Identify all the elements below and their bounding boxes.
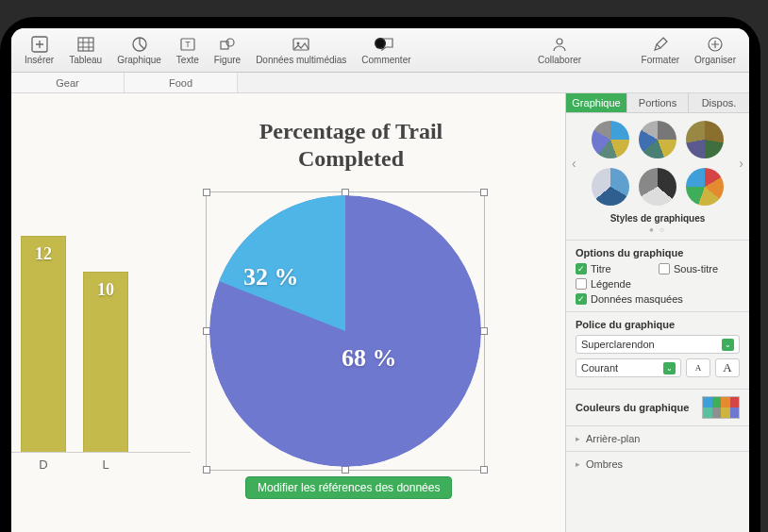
svg-point-9	[557, 39, 562, 44]
bar-cat-l: L	[83, 457, 128, 472]
bar-cat-d: D	[21, 457, 66, 472]
bar-value-l: 10	[84, 280, 127, 300]
chevron-right-icon: ▸	[576, 434, 580, 443]
chart-title[interactable]: Percentage of Trail Completed	[228, 118, 474, 173]
bar-chart[interactable]: 12 10 D L	[11, 170, 181, 472]
pager-dots: ● ○	[566, 225, 749, 240]
inspector-tabs: Graphique Portions Dispos.	[566, 93, 749, 113]
color-swatch-icon	[702, 396, 740, 419]
format-inspector: Graphique Portions Dispos. ‹ ›	[565, 93, 749, 532]
inspector-tab-chart[interactable]: Graphique	[566, 93, 627, 112]
chevron-down-icon: ⌄	[663, 362, 676, 374]
checkbox-title[interactable]: ✓Titre	[576, 263, 649, 274]
sheet-tab-gear[interactable]: Gear	[11, 73, 125, 92]
toolbar-collaborate[interactable]: Collaborer	[530, 34, 589, 67]
font-larger-button[interactable]: A	[715, 358, 740, 377]
checkbox-hidden-data[interactable]: ✓Données masquées	[576, 293, 683, 305]
font-family-select[interactable]: Superclarendon⌄	[576, 335, 740, 354]
chart-style-thumbnails	[584, 121, 732, 206]
style-thumb-2[interactable]	[639, 121, 676, 158]
svg-rect-1	[78, 38, 93, 51]
toolbar-insert[interactable]: Insérer	[17, 34, 61, 67]
main-toolbar: Insérer Tableau Graphique TTexte Figure …	[11, 28, 749, 73]
text-icon: T	[179, 36, 196, 53]
toolbar-media[interactable]: Données multimédias	[248, 34, 354, 67]
check-icon: ✓	[576, 293, 587, 305]
svg-point-6	[226, 39, 234, 46]
shape-icon	[219, 36, 236, 53]
style-thumb-6[interactable]	[686, 168, 724, 206]
chart-styles-label: Styles de graphiques	[566, 209, 749, 225]
toolbar-comment[interactable]: Commenter	[354, 34, 418, 67]
svg-text:T: T	[185, 40, 191, 49]
pie-label-32: 32 %	[243, 263, 299, 291]
pie-svg	[209, 195, 481, 467]
toolbar-table[interactable]: Tableau	[61, 34, 109, 67]
style-thumb-4[interactable]	[592, 168, 629, 206]
pie-chart[interactable]: 32 % 68 %	[209, 195, 481, 467]
inspector-tab-arrange[interactable]: Dispos.	[689, 93, 749, 112]
chevron-down-icon: ⌄	[722, 339, 734, 351]
edit-data-references-button[interactable]: Modifier les références des données	[245, 476, 452, 499]
svg-point-8	[297, 42, 300, 44]
style-thumb-1[interactable]	[592, 121, 629, 158]
inspector-tab-wedges[interactable]: Portions	[627, 93, 689, 112]
font-smaller-button[interactable]: A	[686, 358, 710, 377]
check-icon: ✓	[576, 263, 587, 274]
sheet-tab-food[interactable]: Food	[125, 73, 238, 92]
spreadsheet-canvas[interactable]: 12 10 D L Percentage of Trail Completed	[11, 93, 565, 532]
disclosure-background[interactable]: ▸Arrière-plan	[566, 425, 749, 451]
pie-chart-icon	[131, 36, 148, 53]
chart-options-section: Options du graphique ✓Titre Sous-titre L…	[566, 240, 749, 311]
table-icon	[77, 36, 94, 53]
sheet-tabs: Gear Food	[11, 73, 749, 93]
brush-icon	[652, 36, 669, 53]
disclosure-shadows[interactable]: ▸Ombres	[566, 451, 749, 476]
chart-colors-row[interactable]: Couleurs du graphique	[566, 389, 749, 425]
styles-next[interactable]: ›	[737, 156, 745, 171]
media-icon	[292, 36, 309, 53]
styles-prev[interactable]: ‹	[570, 156, 578, 171]
style-thumb-5[interactable]	[639, 168, 676, 206]
plus-square-icon	[31, 36, 48, 53]
toolbar-organize[interactable]: Organiser	[687, 34, 743, 67]
collaborate-icon	[551, 36, 568, 53]
chevron-right-icon: ▸	[576, 459, 580, 469]
chart-font-section: Police du graphique Superclarendon⌄ Cour…	[566, 311, 749, 389]
pie-label-68: 68 %	[342, 344, 397, 373]
checkbox-subtitle[interactable]: Sous-titre	[659, 263, 732, 274]
font-style-select[interactable]: Courant⌄	[576, 358, 681, 377]
toolbar-chart[interactable]: Graphique	[109, 34, 169, 67]
toolbar-text[interactable]: TTexte	[169, 34, 207, 67]
organize-icon	[707, 36, 724, 53]
toolbar-format[interactable]: Formater	[634, 34, 688, 67]
checkbox-legend[interactable]: Légende	[576, 278, 649, 290]
camera-dot	[376, 40, 384, 47]
toolbar-shape[interactable]: Figure	[207, 34, 248, 67]
bar-value-d: 12	[22, 244, 65, 264]
style-thumb-3[interactable]	[686, 121, 724, 158]
